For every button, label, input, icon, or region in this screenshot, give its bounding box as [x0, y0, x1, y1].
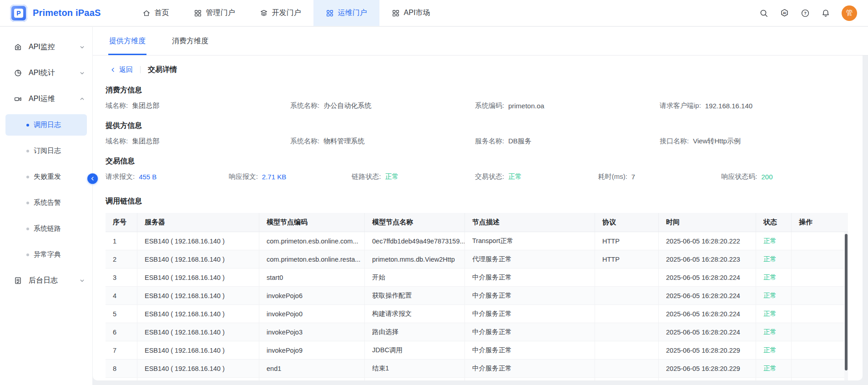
- table-cell: 2025-06-05 16:28:20.224: [659, 268, 756, 286]
- table-cell: 代理服务正常: [465, 378, 595, 380]
- table-cell: 5: [106, 305, 137, 323]
- back-button[interactable]: 返回: [110, 66, 133, 74]
- consumer-section-title: 消费方信息: [106, 84, 863, 96]
- nav-item-ops-portal[interactable]: 运维门户: [313, 0, 379, 26]
- table-cell: 中介服务正常: [465, 341, 595, 359]
- request-message-link[interactable]: 455 B: [139, 173, 156, 181]
- response-code-value: 200: [762, 173, 773, 181]
- table-cell: 9: [106, 378, 137, 380]
- sidebar-item-label: 系统告警: [34, 198, 61, 207]
- table-cell: com.primeton.esb.online.com...: [259, 232, 365, 250]
- field-label: 接口名称:: [660, 137, 689, 146]
- sidebar-group-backend-log[interactable]: 后台日志: [0, 268, 92, 294]
- table-cell: 构建请求报文: [365, 305, 465, 323]
- sidebar-group-api-ops[interactable]: API运维: [0, 86, 92, 112]
- field-value: 物料管理系统: [323, 137, 364, 146]
- brand-name: Primeton iPaaS: [33, 8, 101, 18]
- bullet-icon: [26, 253, 29, 256]
- table-cell: com.primeton.esb.online.resta...: [259, 250, 365, 268]
- field-label: 响应报文:: [229, 172, 258, 181]
- sidebar-item-subscribe-log[interactable]: 订阅日志: [0, 138, 92, 164]
- field-label: 域名称:: [106, 101, 128, 110]
- table-scrollbar-thumb[interactable]: [845, 234, 848, 370]
- nav-item-home[interactable]: 首页: [130, 0, 182, 26]
- table-cell: ESB140 ( 192.168.16.140 ): [137, 305, 259, 323]
- table-cell: invokePojo0: [259, 305, 365, 323]
- table-cell: 7: [106, 341, 137, 359]
- table-cell: [792, 378, 848, 380]
- table-cell: 2025-06-05 16:28:20.229: [659, 360, 756, 377]
- table-cell: [792, 268, 848, 286]
- table-row: 2ESB140 ( 192.168.16.140 )com.primeton.e…: [106, 250, 848, 268]
- response-message-link[interactable]: 2.71 KB: [262, 173, 286, 181]
- status-badge: 正常: [756, 360, 792, 377]
- table-cell: [792, 305, 848, 323]
- field-transaction-status: 交易状态:正常: [475, 170, 598, 183]
- sidebar-item-system-link[interactable]: 系统链路: [0, 216, 92, 242]
- ai-assistant-icon[interactable]: AI: [780, 8, 789, 18]
- table-cell: HTTP: [595, 250, 659, 268]
- table-row: 8ESB140 ( 192.168.16.140 )end1结束1中介服务正常2…: [106, 360, 848, 378]
- table-cell: ESB140 ( 192.168.16.140 ): [137, 287, 259, 304]
- table-cell: JDBC调用: [365, 341, 465, 359]
- table-cell: Transport正常: [465, 232, 595, 250]
- table-cell: invokePojo6: [259, 287, 365, 304]
- chevron-left-icon: [90, 176, 95, 181]
- table-cell: 中介服务正常: [465, 268, 595, 286]
- field-value: 集团总部: [132, 137, 159, 146]
- sidebar-item-system-alert[interactable]: 系统告警: [0, 190, 92, 216]
- tab-consumer-dimension[interactable]: 消费方维度: [172, 27, 208, 55]
- tab-provider-dimension[interactable]: 提供方维度: [109, 27, 146, 55]
- nav-item-dev-portal[interactable]: 开发门户: [247, 0, 313, 26]
- sidebar-group-api-stats[interactable]: API统计: [0, 60, 92, 86]
- api-monitor-icon: [14, 43, 22, 51]
- table-cell: 结束1: [365, 360, 465, 377]
- sidebar-item-fail-retry[interactable]: 失败重发: [0, 164, 92, 190]
- search-icon[interactable]: [759, 9, 768, 18]
- dimension-tabs: 提供方维度 消费方维度: [93, 27, 868, 56]
- user-avatar[interactable]: 管: [842, 5, 857, 21]
- chain-table-header: 序号 服务器 模型节点编码 模型节点名称 节点描述 协议 时间 状态 操作: [106, 213, 848, 232]
- column-header: 协议: [595, 213, 659, 232]
- sidebar: API监控 API统计 API运维 调用日志 订阅日志 失败重发 系统告警 系统…: [0, 27, 93, 385]
- bullet-icon: [26, 228, 29, 230]
- sidebar-collapse-button[interactable]: [87, 173, 98, 184]
- table-cell: 0ec7ffdb1deb49a49e7873159...: [365, 232, 465, 250]
- table-cell: [792, 323, 848, 341]
- detail-header: 返回 交易详情: [110, 63, 863, 76]
- sidebar-group-api-monitor[interactable]: API监控: [0, 34, 92, 60]
- transaction-detail-card: 返回 交易详情 消费方信息 域名称:集团总部 系统名称:办公自动化系统 系统编码…: [93, 56, 863, 380]
- sidebar-item-label: 系统链路: [34, 224, 61, 233]
- field-value: 集团总部: [132, 101, 159, 110]
- table-row: 3ESB140 ( 192.168.16.140 )start0开始中介服务正常…: [106, 268, 848, 287]
- column-header: 模型节点名称: [365, 213, 465, 232]
- sidebar-item-call-log[interactable]: 调用日志: [5, 114, 87, 136]
- tab-label: 消费方维度: [172, 36, 208, 46]
- field-label: 系统名称:: [290, 101, 319, 110]
- field-value: primeton.oa: [508, 102, 544, 110]
- sidebar-item-exception-dict[interactable]: 异常字典: [0, 242, 92, 268]
- bell-icon[interactable]: [821, 9, 830, 18]
- market-grid-icon: [392, 9, 400, 17]
- divider: [140, 66, 141, 73]
- table-cell: 2025-06-05 16:28:20.224: [659, 287, 756, 304]
- table-cell: [792, 232, 848, 250]
- transaction-status-value: 正常: [508, 172, 522, 181]
- nav-item-label: API市场: [404, 8, 430, 18]
- table-cell: 2025-06-05 16:28:20.224: [659, 323, 756, 341]
- chain-table-body: 1ESB140 ( 192.168.16.140 )com.primeton.e…: [106, 232, 848, 380]
- table-cell: 中介服务正常: [465, 323, 595, 341]
- table-cell: HTTP: [595, 378, 659, 380]
- nav-item-admin-portal[interactable]: 管理门户: [182, 0, 247, 26]
- table-cell: ESB140 ( 192.168.16.140 ): [137, 232, 259, 250]
- help-icon[interactable]: ?: [801, 9, 810, 18]
- table-cell: primeton.mms.db.View2Http: [365, 378, 465, 380]
- field-link-status: 链路状态:正常: [352, 170, 475, 183]
- nav-item-api-market[interactable]: API市场: [379, 0, 443, 26]
- table-cell: 中介服务正常: [465, 305, 595, 323]
- chevron-down-icon: [79, 278, 85, 284]
- table-cell: 2: [106, 250, 137, 268]
- field-request-message: 请求报文:455 B: [106, 170, 229, 183]
- field-value: DB服务: [508, 137, 531, 146]
- field-value: View转Http示例: [693, 137, 741, 146]
